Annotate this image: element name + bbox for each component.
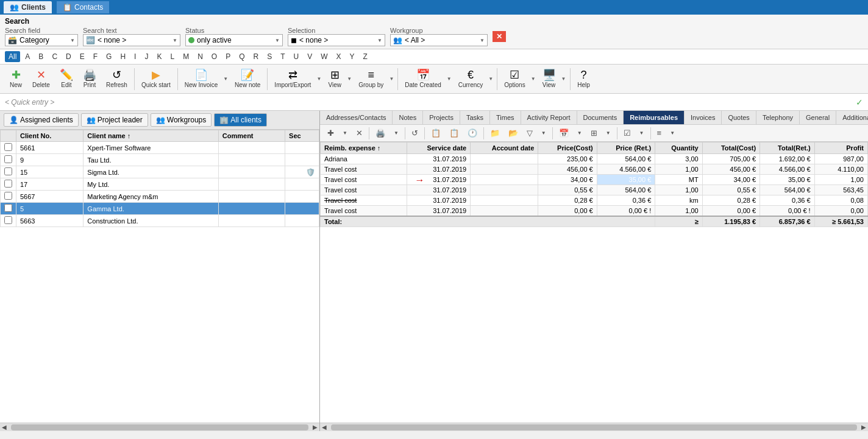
table-row[interactable]: 5667 Marketing Agency m&m bbox=[1, 191, 319, 203]
col-total-ret[interactable]: Total(Ret.) bbox=[760, 142, 815, 154]
reimb-row[interactable]: Travel cost 31.07.2019 0,28 € 0,36 € km … bbox=[321, 195, 868, 206]
alpha-g[interactable]: G bbox=[102, 51, 115, 62]
row-checkbox[interactable] bbox=[4, 216, 12, 224]
view-button[interactable]: ⊞ View bbox=[324, 67, 346, 91]
view-arrow[interactable]: ▼ bbox=[346, 76, 353, 82]
alpha-x[interactable]: X bbox=[333, 51, 345, 62]
rt-add-btn[interactable]: ✚ bbox=[324, 127, 338, 139]
rt-folder2-btn[interactable]: 📂 bbox=[505, 127, 522, 139]
tab-tasks[interactable]: Tasks bbox=[460, 111, 490, 124]
quick-start-button[interactable]: ▶ Quick start bbox=[137, 67, 175, 91]
reimb-row[interactable]: Travel cost → 31.07.2019 34,00 € 35,00 €… bbox=[321, 175, 868, 185]
import-export-arrow[interactable]: ▼ bbox=[315, 76, 322, 82]
alpha-d[interactable]: D bbox=[62, 51, 75, 62]
currency-button[interactable]: € Currency bbox=[454, 67, 488, 91]
delete-button[interactable]: ✕ Delete bbox=[28, 67, 54, 91]
new-invoice-button[interactable]: 📄 New Invoice bbox=[180, 67, 222, 91]
rt-check-btn[interactable]: ☑ bbox=[620, 127, 635, 139]
new-note-button[interactable]: 📝 New note bbox=[230, 67, 265, 91]
col-service-date[interactable]: Service date bbox=[407, 142, 471, 154]
table-row[interactable]: 5663 Construction Ltd. bbox=[1, 215, 319, 227]
rt-date-dropdown[interactable]: ▼ bbox=[574, 128, 586, 138]
date-created-arrow[interactable]: ▼ bbox=[446, 76, 453, 82]
rt-list-dropdown[interactable]: ▼ bbox=[666, 128, 678, 138]
col-total-cost[interactable]: Total(Cost) bbox=[702, 142, 760, 154]
rt-check-dropdown[interactable]: ▼ bbox=[636, 128, 648, 138]
alpha-w[interactable]: W bbox=[317, 51, 331, 62]
right-scroll-right-arrow[interactable]: ▶ bbox=[859, 424, 868, 430]
alpha-q[interactable]: Q bbox=[235, 51, 248, 62]
tab-invoices[interactable]: Invoices bbox=[685, 111, 722, 124]
alpha-k[interactable]: K bbox=[153, 51, 165, 62]
table-row[interactable]: 15 Sigma Ltd. 🛡️ bbox=[1, 166, 319, 178]
alpha-f[interactable]: F bbox=[90, 51, 101, 62]
alpha-v[interactable]: V bbox=[304, 51, 316, 62]
search-text-select[interactable]: 🔤 < none > ▼ bbox=[83, 34, 180, 46]
group-by-arrow[interactable]: ▼ bbox=[388, 76, 395, 82]
alpha-s[interactable]: S bbox=[263, 51, 276, 62]
rt-list-btn[interactable]: ≡ bbox=[653, 127, 666, 139]
alpha-z[interactable]: Z bbox=[360, 51, 371, 62]
rt-date-btn[interactable]: 📅 bbox=[555, 127, 572, 139]
col-client-no[interactable]: Client No. bbox=[16, 130, 84, 142]
alpha-h[interactable]: H bbox=[116, 51, 129, 62]
right-scrollbar[interactable]: ◀ ▶ bbox=[320, 423, 868, 431]
new-invoice-arrow[interactable]: ▼ bbox=[222, 76, 229, 82]
rt-filter-dropdown[interactable]: ▼ bbox=[538, 128, 550, 138]
tab-documents[interactable]: Documents bbox=[577, 111, 624, 124]
scroll-left-arrow[interactable]: ◀ bbox=[0, 424, 9, 430]
search-field-select[interactable]: 🗃️ Category ▼ bbox=[5, 34, 78, 46]
alpha-m[interactable]: M bbox=[179, 51, 193, 62]
clear-filters-button[interactable]: ✕ bbox=[493, 31, 506, 42]
edit-button[interactable]: ✏️ Edit bbox=[55, 67, 77, 91]
refresh-button[interactable]: ↺ Refresh bbox=[102, 67, 132, 91]
alpha-u[interactable]: U bbox=[290, 51, 303, 62]
alpha-all[interactable]: All bbox=[5, 51, 20, 62]
rt-add-dropdown[interactable]: ▼ bbox=[339, 128, 351, 138]
print-button[interactable]: 🖨️ Print bbox=[79, 67, 101, 91]
reimb-price-ret[interactable]: 35,00 € bbox=[597, 175, 655, 185]
options-arrow[interactable]: ▼ bbox=[530, 76, 537, 82]
rt-print-btn[interactable]: 🖨️ bbox=[372, 127, 389, 139]
row-checkbox[interactable] bbox=[4, 155, 12, 163]
rt-print-dropdown[interactable]: ▼ bbox=[390, 128, 402, 138]
rt-filter-btn[interactable]: ▽ bbox=[523, 127, 536, 139]
alpha-j[interactable]: J bbox=[141, 51, 152, 62]
table-row[interactable]: 9 Tau Ltd. bbox=[1, 154, 319, 166]
tab-additional[interactable]: Additional bbox=[836, 111, 868, 124]
reimb-row[interactable]: Adriana 31.07.2019 235,00 € 564,00 € 3,0… bbox=[321, 154, 868, 164]
group-by-button[interactable]: ≡ Group by bbox=[354, 67, 388, 91]
workgroups-tab[interactable]: 👥 Workgroups bbox=[151, 113, 212, 127]
rt-clock-btn[interactable]: 🕐 bbox=[464, 127, 481, 139]
table-row[interactable]: 5 Gamma Ltd. bbox=[1, 203, 319, 215]
right-scroll-left-arrow[interactable]: ◀ bbox=[320, 424, 329, 430]
tab-activity-report[interactable]: Activity Report bbox=[521, 111, 577, 124]
tab-reimbursables[interactable]: Reimbursables bbox=[624, 111, 685, 124]
col-reimb-expense[interactable]: Reimb. expense ↑ bbox=[321, 142, 407, 154]
row-checkbox[interactable] bbox=[4, 192, 12, 200]
alpha-a[interactable]: A bbox=[21, 51, 34, 62]
assigned-clients-tab[interactable]: 👤 Assigned clients bbox=[4, 113, 79, 127]
tab-general[interactable]: General bbox=[800, 111, 836, 124]
tab-addresses-contacts[interactable]: Addresses/Contacts bbox=[320, 111, 393, 124]
left-scroll-thumb[interactable] bbox=[11, 424, 308, 430]
tab-notes[interactable]: Notes bbox=[393, 111, 423, 124]
rt-grid-btn[interactable]: ⊞ bbox=[587, 127, 601, 139]
table-row[interactable]: 5661 Xpert-Timer Software bbox=[1, 142, 319, 154]
options-button[interactable]: ☑ Options bbox=[500, 67, 529, 91]
tab-projects[interactable]: Projects bbox=[423, 111, 460, 124]
alpha-o[interactable]: O bbox=[208, 51, 221, 62]
view2-button[interactable]: 🖥️ View bbox=[538, 67, 560, 91]
alpha-p[interactable]: P bbox=[222, 51, 234, 62]
left-scrollbar[interactable]: ◀ ▶ bbox=[0, 423, 319, 431]
alpha-y[interactable]: Y bbox=[346, 51, 358, 62]
rt-grid-dropdown[interactable]: ▼ bbox=[602, 128, 614, 138]
reimb-row[interactable]: Travel cost 31.07.2019 0,55 € 564,00 € 1… bbox=[321, 185, 868, 195]
rt-copy-btn[interactable]: 📋 bbox=[427, 127, 444, 139]
right-scroll-thumb[interactable] bbox=[331, 424, 857, 430]
alpha-i[interactable]: I bbox=[130, 51, 140, 62]
status-select[interactable]: only active ▼ bbox=[185, 34, 283, 46]
all-clients-tab[interactable]: 🏢 All clients bbox=[214, 113, 267, 127]
clients-tab[interactable]: 👥 Clients bbox=[4, 1, 52, 13]
quick-entry-check-icon[interactable]: ✓ bbox=[856, 97, 863, 107]
